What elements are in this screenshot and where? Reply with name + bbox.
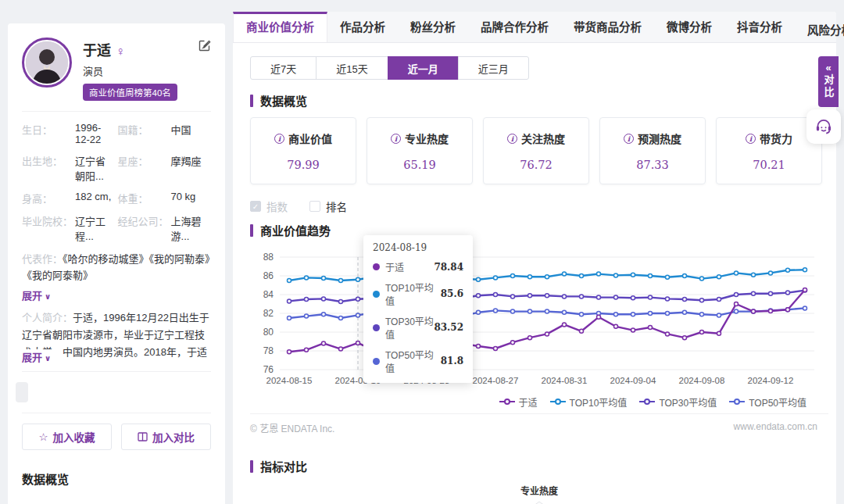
section-title-trend: 商业价值趋势 bbox=[260, 222, 331, 238]
info-label: 国籍： bbox=[118, 122, 169, 145]
series-dot-icon bbox=[373, 358, 380, 365]
sidebar-overview-title: 数据概览 bbox=[22, 470, 211, 487]
section-bar bbox=[250, 95, 253, 107]
legend-item-TOP10平均值[interactable]: TOP10平均值 bbox=[549, 395, 628, 409]
info-value: 摩羯座 bbox=[171, 153, 211, 183]
chevron-down-icon: ∨ bbox=[45, 292, 51, 301]
info-value: 辽宁工程... bbox=[75, 213, 115, 243]
chart-tooltip: 2024-08-19 于适78.84TOP10平均值85.6TOP30平均值83… bbox=[363, 235, 473, 383]
checkbox-checked-icon: ✓ bbox=[250, 201, 261, 212]
trend-chart-svg: 767880828486882024-08-152024-08-192024-0… bbox=[250, 246, 828, 391]
tooltip-date: 2024-08-19 bbox=[373, 242, 463, 253]
svg-text:2024-09-08: 2024-09-08 bbox=[679, 376, 725, 385]
tooltip-row: TOP30平均值83.52 bbox=[373, 314, 463, 341]
edit-icon[interactable] bbox=[198, 39, 211, 55]
svg-text:88: 88 bbox=[263, 252, 274, 263]
time-range-group: 近7天近15天近一月近三月 bbox=[250, 56, 529, 80]
legend-item-TOP30平均值[interactable]: TOP30平均值 bbox=[638, 395, 717, 409]
favorite-button[interactable]: ☆ 加入收藏 bbox=[22, 424, 112, 450]
avatar bbox=[22, 38, 72, 88]
tab-作品分析[interactable]: 作品分析 bbox=[327, 12, 398, 42]
metric-cards: i商业价值79.99i专业热度65.19i关注热度76.72i预测热度87.33… bbox=[250, 117, 828, 184]
copyright: © 艺恩 ENDATA Inc. bbox=[250, 421, 334, 434]
collapse-left-icon: « bbox=[825, 62, 831, 73]
metric-card-关注热度: i关注热度76.72 bbox=[483, 117, 589, 184]
profile-panel: 于适♀ 演员 商业价值周榜第40名 生日：1996-12-22国籍：中国出生地：… bbox=[8, 23, 225, 504]
info-label: 体重： bbox=[118, 191, 169, 206]
rank-badge: 商业价值周榜第40名 bbox=[83, 84, 177, 101]
tab-商业价值分析[interactable]: 商业价值分析 bbox=[233, 12, 327, 42]
analysis-tabbar: 商业价值分析作品分析粉丝分析品牌合作分析带货商品分析微博分析抖音分析风险分析NE… bbox=[233, 12, 836, 43]
range-button-近15天[interactable]: 近15天 bbox=[316, 56, 388, 80]
info-label: 生日： bbox=[22, 122, 73, 145]
page: 于适♀ 演员 商业价值周榜第40名 生日：1996-12-22国籍：中国出生地：… bbox=[0, 0, 844, 504]
metric-card-商业价值: i商业价值79.99 bbox=[250, 117, 356, 184]
tab-带货商品分析[interactable]: 带货商品分析 bbox=[561, 12, 654, 42]
expand-works-link[interactable]: 展开∨ bbox=[22, 288, 51, 302]
radar-axis-label: 专业热度 bbox=[250, 484, 828, 497]
radar-svg bbox=[422, 499, 656, 504]
tab-抖音分析[interactable]: 抖音分析 bbox=[724, 12, 795, 42]
chart-legend: 于适TOP10平均值TOP30平均值TOP50平均值 bbox=[250, 395, 828, 409]
female-icon: ♀ bbox=[116, 45, 125, 58]
section-bar bbox=[250, 224, 253, 237]
info-label: 毕业院校： bbox=[22, 213, 73, 243]
section-title-compare: 指标对比 bbox=[260, 458, 307, 474]
info-value: 辽宁省朝阳... bbox=[75, 153, 115, 183]
works-label: 代表作： bbox=[22, 253, 63, 265]
expand-bio-link[interactable]: 展开∨ bbox=[22, 349, 59, 364]
tab-粉丝分析[interactable]: 粉丝分析 bbox=[398, 12, 468, 42]
profile-info: 生日：1996-12-22国籍：中国出生地：辽宁省朝阳...星座：摩羯座身高：1… bbox=[22, 122, 211, 243]
rank-checkbox[interactable]: 排名 bbox=[309, 198, 347, 214]
add-compare-button[interactable]: 加入对比 bbox=[121, 424, 211, 450]
metric-value: 87.33 bbox=[636, 159, 669, 171]
tab-品牌合作分析[interactable]: 品牌合作分析 bbox=[468, 12, 561, 42]
info-label: 身高： bbox=[22, 191, 73, 206]
svg-text:2024-08-31: 2024-08-31 bbox=[542, 376, 588, 385]
metric-value: 65.19 bbox=[403, 159, 436, 171]
svg-text:76: 76 bbox=[263, 364, 274, 375]
legend-item-于适[interactable]: 于适 bbox=[499, 395, 538, 409]
website-text: www.endata.com.cn bbox=[734, 421, 817, 434]
section-bar bbox=[250, 460, 253, 473]
range-button-近一月[interactable]: 近一月 bbox=[388, 56, 459, 80]
main-panel: 商业价值分析作品分析粉丝分析品牌合作分析带货商品分析微博分析抖音分析风险分析NE… bbox=[233, 12, 836, 504]
star-icon: ☆ bbox=[38, 431, 48, 443]
svg-text:2024-08-27: 2024-08-27 bbox=[473, 376, 519, 385]
metric-value: 79.99 bbox=[287, 159, 320, 171]
customer-service-button[interactable] bbox=[806, 109, 841, 144]
info-label: 出生地： bbox=[22, 153, 73, 183]
info-icon: i bbox=[274, 134, 284, 144]
headset-icon bbox=[814, 116, 834, 137]
info-value: 70 kg bbox=[171, 191, 211, 206]
metric-value: 70.21 bbox=[753, 159, 785, 171]
compare-icon bbox=[138, 432, 148, 441]
legend-item-TOP50平均值[interactable]: TOP50平均值 bbox=[728, 395, 806, 409]
tab-微博分析[interactable]: 微博分析 bbox=[654, 12, 724, 42]
info-value: 中国 bbox=[171, 122, 211, 145]
range-button-近三月[interactable]: 近三月 bbox=[458, 56, 529, 80]
tooltip-row: TOP10平均值85.6 bbox=[373, 281, 463, 307]
svg-text:80: 80 bbox=[263, 327, 274, 338]
svg-text:2024-08-15: 2024-08-15 bbox=[266, 376, 313, 385]
info-icon: i bbox=[391, 134, 401, 144]
info-label: 星座： bbox=[118, 153, 169, 183]
compare-side-tab[interactable]: « 对比 bbox=[818, 56, 839, 107]
tab-风险分析[interactable]: 风险分析NEW bbox=[795, 12, 844, 42]
svg-text:82: 82 bbox=[263, 308, 274, 319]
tooltip-row: TOP50平均值81.8 bbox=[373, 348, 463, 374]
svg-text:86: 86 bbox=[263, 270, 274, 281]
radar-chart: 专业热度 bbox=[250, 484, 828, 504]
trend-chart[interactable]: 767880828486882024-08-152024-08-192024-0… bbox=[250, 246, 828, 395]
info-icon: i bbox=[746, 134, 756, 144]
series-dot-icon bbox=[373, 291, 380, 298]
index-checkbox[interactable]: ✓ 指数 bbox=[250, 198, 288, 214]
metric-card-预测热度: i预测热度87.33 bbox=[599, 117, 706, 184]
info-value: 上海碧游... bbox=[171, 213, 211, 243]
range-button-近7天[interactable]: 近7天 bbox=[250, 56, 316, 80]
svg-text:2024-09-04: 2024-09-04 bbox=[610, 376, 656, 385]
chevron-down-icon: ∨ bbox=[45, 354, 51, 363]
celebrity-name: 于适 bbox=[83, 43, 111, 59]
occupation: 演员 bbox=[83, 63, 177, 78]
series-dot-icon bbox=[373, 263, 380, 270]
